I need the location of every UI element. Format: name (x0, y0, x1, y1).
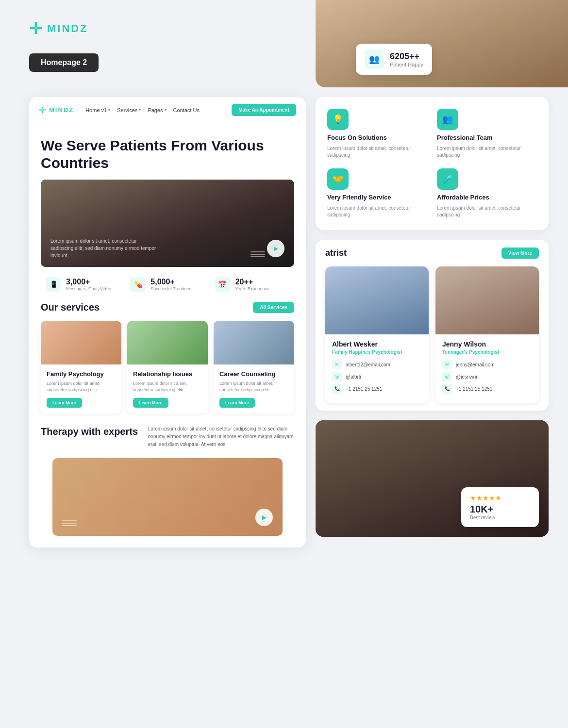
feature-solutions-name: Focus On Solutions (327, 134, 427, 141)
team-icon: 👥 (437, 109, 458, 130)
doctor-email-text-albert: albert12@email.com (346, 362, 390, 367)
phone-icon: 📞 (332, 384, 342, 394)
wave-decoration (251, 251, 265, 257)
learn-more-career-button[interactable]: Learn More (219, 398, 255, 408)
doctor-name-albert: Albert Wesker (332, 340, 422, 348)
nav-link-home[interactable]: Home v1 ▾ (85, 107, 110, 113)
stat-experience-label: Years Experience (235, 286, 269, 291)
services-grid: Family Psychology Lorem ipsum dolor sit … (41, 321, 294, 414)
stat-experience: 📅 20++ Years Experience (210, 277, 294, 292)
logo-icon: ✛ (29, 19, 42, 38)
feature-solutions: 💡 Focus On Solutions Lorem ipsum dolor s… (327, 109, 427, 159)
chevron-icon: ▾ (139, 108, 141, 112)
right-column: 💡 Focus On Solutions Lorem ipsum dolor s… (316, 97, 549, 537)
stat-experience-info: 20++ Years Experience (235, 278, 269, 291)
doctor-email-albert: ✉ albert12@email.com (332, 360, 422, 369)
feature-team-name: Professional Team (437, 134, 537, 141)
psychiatrist-title: atrist (325, 248, 347, 258)
feature-prices-name: Affordable Prices (437, 194, 537, 201)
doctor-phone-text-jenny: +1 2151 25 1251 (456, 386, 492, 392)
nav-logo-text: MINDZ (49, 106, 74, 114)
hero-description: Lorem ipsum dolor sit amet, consectetur … (50, 237, 157, 259)
patient-count: 6205++ (390, 51, 423, 62)
stat-messages-label: Messages, Chat, Video (66, 286, 111, 291)
feature-service: 🤝 Very Friendly Service Lorem ipsum dolo… (327, 168, 427, 218)
feature-service-desc: Lorem ipsum dolor sit amet, consetetur s… (327, 205, 427, 218)
service-content-career: Career Counseling Lorem ipsum dolor sit … (214, 364, 294, 414)
therapy-play-button[interactable]: ▶ (255, 509, 273, 526)
doctor-phone-albert: 📞 +1 2151 25 1251 (332, 384, 422, 394)
stats-row: 📱 3,000+ Messages, Chat, Video 💊 5,000+ … (29, 267, 306, 302)
learn-more-relationship-button[interactable]: Learn More (133, 398, 168, 408)
doctor-photo-albert (325, 266, 429, 334)
therapy-wave (62, 520, 77, 526)
therapy-title: Therapy with experts (41, 425, 138, 438)
feature-solutions-desc: Lorem ipsum dolor sit amet, consetetur s… (327, 145, 427, 159)
doctor-info-albert: Albert Wesker Family Happines Psychologi… (325, 334, 429, 394)
email-icon: ✉ (332, 360, 342, 369)
review-label: Best review (470, 515, 530, 520)
service-desc-relationship: Lorem ipsum dolor sit amet, consetetur s… (133, 381, 202, 393)
doctor-social-jenny: @ @jesnwnn (442, 372, 532, 381)
appointment-button[interactable]: Make An Appointment (232, 104, 296, 116)
nav-link-contact[interactable]: Contact Us (173, 107, 200, 113)
patient-card-info: 6205++ Patient Happy (390, 51, 423, 67)
service-image-career (214, 321, 294, 364)
service-name-relationship: Relationship Issues (133, 370, 202, 378)
wave-line (251, 254, 265, 255)
wave-line (251, 251, 265, 252)
service-desc-career: Lorem ipsum dolor sit amet, consetetur s… (219, 381, 288, 393)
review-count: 10K+ (470, 504, 530, 515)
solutions-icon: 💡 (327, 109, 349, 130)
doctor-social-text-jenny: @jesnwnn (456, 374, 479, 380)
service-name-family: Family Psychology (47, 370, 116, 378)
prices-icon: 🧪 (437, 168, 458, 190)
learn-more-family-button[interactable]: Learn More (47, 398, 82, 408)
doctor-social-albert: @ @albrtr (332, 372, 422, 381)
doctor-info-jenny: Jenny Wilson Tennager's Psychologist ✉ j… (435, 334, 539, 394)
review-card: ★★★★★ 10K+ Best review (461, 487, 539, 527)
review-stars: ★★★★★ (470, 494, 530, 502)
main-card: ✛ MINDZ Home v1 ▾ Services ▾ Pages ▾ Con… (29, 97, 306, 547)
top-logo-area: ✛ MINDZ (29, 19, 88, 38)
stat-treatment: 💊 5,000+ Successful Treatment (125, 277, 210, 292)
services-section: Our services All Services Family Psychol… (29, 302, 306, 425)
nav-logo: ✛ MINDZ (39, 105, 74, 116)
hero-section: We Serve Patients From Various Countries… (29, 123, 306, 267)
hero-play-button[interactable]: ▶ (267, 240, 284, 257)
chevron-icon: ▾ (165, 108, 167, 112)
doctor-role-albert: Family Happines Psychologist (332, 349, 422, 355)
nav-logo-icon: ✛ (39, 105, 46, 116)
therapy-left: Therapy with experts (41, 425, 138, 442)
therapy-right: Lorem ipsum dolor sit amet, consetetur s… (148, 425, 294, 448)
doctor-card-jenny: Jenny Wilson Tennager's Psychologist ✉ j… (435, 266, 539, 403)
services-header: Our services All Services (41, 302, 294, 313)
service-desc-family: Lorem ipsum dolor sit amet, consetetur s… (47, 381, 116, 393)
doctor-card-albert: Albert Wesker Family Happines Psychologi… (325, 266, 429, 403)
therapy-grid: Therapy with experts Lorem ipsum dolor s… (41, 425, 294, 448)
messages-icon: 📱 (46, 277, 61, 292)
logo-text: MINDZ (47, 22, 88, 35)
social-icon-jenny: @ (442, 372, 452, 381)
psychiatrist-header: atrist View More (325, 248, 539, 259)
features-grid: 💡 Focus On Solutions Lorem ipsum dolor s… (316, 97, 549, 230)
feature-service-name: Very Friendly Service (327, 194, 427, 201)
service-content-family: Family Psychology Lorem ipsum dolor sit … (41, 364, 121, 414)
email-icon-jenny: ✉ (442, 360, 452, 369)
hero-image: Lorem ipsum dolor sit amet, consectetur … (41, 180, 294, 267)
stat-messages-value: 3,000+ (66, 278, 111, 286)
view-more-button[interactable]: View More (501, 248, 539, 259)
doctor-role-jenny: Tennager's Psychologist (442, 349, 532, 355)
psychiatrist-section: atrist View More Albert Wesker Family Ha… (316, 240, 549, 411)
therapy-image-area: ▶ (52, 458, 283, 536)
nav-link-pages[interactable]: Pages ▾ (148, 107, 166, 113)
hero-title: We Serve Patients From Various Countries (41, 137, 294, 172)
service-image-relationship (127, 321, 208, 364)
service-card-relationship: Relationship Issues Lorem ipsum dolor si… (127, 321, 208, 414)
nav-link-services[interactable]: Services ▾ (117, 107, 141, 113)
wave-line (251, 256, 265, 257)
doctor-phone-text-albert: +1 2151 25 1251 (346, 386, 382, 392)
all-services-button[interactable]: All Services (253, 302, 294, 313)
hero-overlay: Lorem ipsum dolor sit amet, consectetur … (41, 230, 167, 267)
doctor-phone-jenny: 📞 +1 2151 25 1251 (442, 384, 532, 394)
